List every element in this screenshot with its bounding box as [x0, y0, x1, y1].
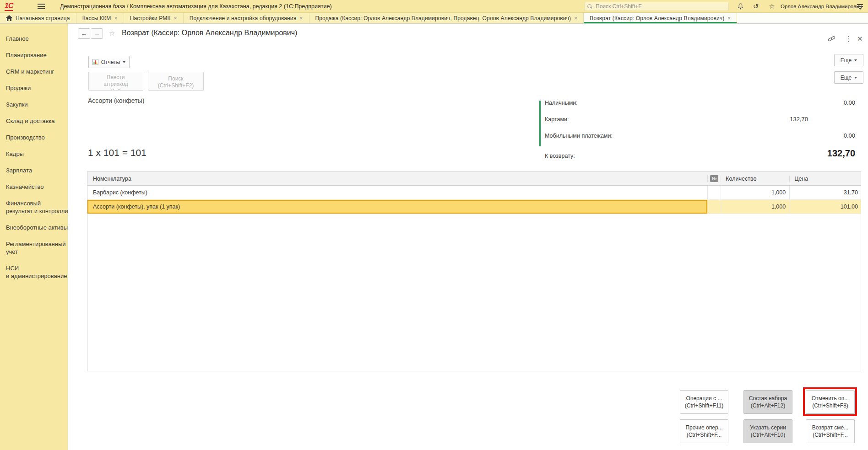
- current-user[interactable]: Орлов Александр Владимирович: [781, 4, 862, 9]
- home-icon: [6, 15, 12, 21]
- sidebar-item-nsi[interactable]: НСИ и администрирование: [0, 264, 68, 280]
- column-header-quantity[interactable]: Количество: [721, 176, 789, 182]
- tab-label: Начальная страница: [16, 15, 70, 21]
- action-hotkey: (Ctrl+Alt+F10): [751, 431, 785, 439]
- global-search-input[interactable]: [596, 3, 719, 10]
- enter-barcode-button[interactable]: Ввести штрихкод (F7): [88, 72, 143, 91]
- sidebar-item-crm[interactable]: CRM и маркетинг: [0, 68, 68, 75]
- tab-close-icon[interactable]: ×: [574, 15, 577, 21]
- mobile-label: Мобильными платежами:: [545, 133, 613, 139]
- sidebar-item-prodazhi[interactable]: Продажи: [0, 84, 68, 92]
- reports-button[interactable]: Отчеты: [88, 56, 130, 68]
- chevron-down-icon: [854, 77, 857, 79]
- tab-close-icon[interactable]: ×: [114, 15, 118, 21]
- table-row[interactable]: Барбарис (конфеты) 1,000 31,70: [87, 186, 861, 200]
- cell-number[interactable]: [707, 200, 721, 214]
- tab-label: Подключение и настройка оборудования: [190, 15, 297, 21]
- refund-total-value: 132,70: [827, 148, 855, 159]
- sidebar-item-kaznacheystvo[interactable]: Казначейство: [0, 183, 68, 191]
- 1c-enterprise-window: 1С Демонстрационная база / Комплексная а…: [0, 0, 868, 450]
- column-header-number[interactable]: №: [707, 175, 721, 182]
- refund-total-label: К возврату:: [545, 153, 575, 159]
- items-table: Номенклатура № Количество Цена Барбарис …: [87, 171, 861, 371]
- global-search-box[interactable]: [584, 2, 729, 11]
- return-form: ← → ☆ Возврат (Кассир: Орлов Александр В…: [68, 24, 868, 450]
- open-windows-tabbar: Начальная страница Кассы ККМ × Настройки…: [0, 13, 868, 24]
- other-operations-button[interactable]: Прочие опер... (Ctrl+Shift+F...: [680, 419, 728, 443]
- add-favorite-star-icon[interactable]: ☆: [109, 29, 115, 38]
- operations-with-button[interactable]: Операции с ... (Ctrl+Shift+F11): [680, 390, 728, 414]
- cell-price[interactable]: 101,00: [789, 200, 861, 214]
- current-item-name: Ассорти (конфеты): [88, 97, 144, 104]
- cell-price[interactable]: 31,70: [789, 186, 861, 199]
- more-label: Еще: [841, 75, 852, 81]
- more-actions-kebab-icon[interactable]: ⋮: [845, 35, 852, 43]
- card-value[interactable]: 132,70: [790, 116, 808, 123]
- mobile-value: 0.00: [844, 132, 855, 139]
- history-icon[interactable]: ↺: [752, 2, 760, 11]
- kit-contents-button[interactable]: Состав набора (Ctrl+Alt+F12): [743, 390, 792, 414]
- action-hotkey: (Ctrl+Shift+F...: [687, 431, 722, 439]
- sidebar-item-kadry[interactable]: Кадры: [0, 150, 68, 158]
- specify-series-button[interactable]: Указать серии (Ctrl+Alt+F10): [743, 419, 792, 443]
- cell-number[interactable]: [707, 186, 721, 199]
- tab-label: Возврат (Кассир: Орлов Александр Владими…: [590, 15, 724, 21]
- action-hotkey: (Ctrl+Shift+F8): [812, 402, 848, 409]
- notifications-bell-icon[interactable]: [736, 2, 744, 11]
- payment-accent-line: [539, 101, 541, 146]
- tab-close-icon[interactable]: ×: [727, 15, 731, 21]
- sidebar-item-vneoborotnye[interactable]: Внеоборотные активы: [0, 224, 68, 231]
- more-button-row[interactable]: Еще: [834, 71, 863, 84]
- action-label: Прочие опер...: [685, 424, 722, 431]
- sidebar-item-zakupki[interactable]: Закупки: [0, 101, 68, 108]
- tab-label: Настройки РМК: [130, 15, 171, 21]
- action-hotkey: (Ctrl+Shift+F...: [813, 431, 848, 439]
- back-button[interactable]: ←: [78, 28, 90, 39]
- action-hotkey: (Ctrl+Alt+F12): [751, 402, 785, 409]
- cell-quantity[interactable]: 1,000: [721, 186, 789, 199]
- tab-vozvrat-active[interactable]: Возврат (Кассир: Орлов Александр Владими…: [584, 13, 737, 23]
- table-row-selected[interactable]: Ассорти (конфеты), упак (1 упак) 1,000 1…: [87, 200, 861, 214]
- column-header-price[interactable]: Цена: [789, 176, 861, 182]
- sidebar-item-glavnoe[interactable]: Главное: [0, 35, 68, 43]
- close-window-icon[interactable]: ✕: [857, 35, 863, 43]
- shift-return-button[interactable]: Возврат сме... (Ctrl+Shift+F...: [806, 419, 855, 443]
- search-icon: [587, 4, 592, 9]
- sections-sidebar: Главное Планирование CRM и маркетинг Про…: [0, 24, 68, 450]
- sidebar-item-proizvodstvo[interactable]: Производство: [0, 134, 68, 141]
- tab-kassy-kkm[interactable]: Кассы ККМ ×: [76, 13, 124, 23]
- action-label: Отменить оп...: [812, 395, 849, 402]
- action-label: Возврат сме...: [812, 424, 848, 431]
- tab-prodazha[interactable]: Продажа (Кассир: Орлов Александр Владими…: [309, 13, 584, 23]
- table-header-row[interactable]: Номенклатура № Количество Цена: [87, 172, 861, 186]
- action-hotkey: (Ctrl+Shift+F11): [685, 402, 723, 409]
- item-search-button[interactable]: Поиск (Ctrl+Shift+F2): [148, 72, 204, 91]
- chevron-down-icon: [854, 59, 857, 61]
- page-title: Возврат (Кассир: Орлов Александр Владими…: [122, 29, 297, 37]
- reports-chart-icon: [92, 59, 98, 65]
- forward-button[interactable]: →: [91, 28, 103, 39]
- tab-nastroyki-rmk[interactable]: Настройки РМК ×: [124, 13, 184, 23]
- column-header-nomenclature[interactable]: Номенклатура: [87, 176, 707, 182]
- tab-close-icon[interactable]: ×: [174, 15, 177, 21]
- user-menu-icon[interactable]: [857, 4, 863, 10]
- sidebar-item-finrezultat[interactable]: Финансовый результат и контроллинг: [0, 199, 68, 215]
- cell-quantity[interactable]: 1,000: [721, 200, 789, 214]
- favorites-star-icon[interactable]: ☆: [768, 2, 776, 11]
- tab-close-icon[interactable]: ×: [299, 15, 303, 21]
- tab-home[interactable]: Начальная страница: [0, 13, 76, 23]
- cancel-operation-button[interactable]: Отменить оп... (Ctrl+Shift+F8): [806, 390, 855, 414]
- sidebar-item-sklad[interactable]: Склад и доставка: [0, 117, 68, 125]
- more-label: Еще: [841, 57, 852, 64]
- sidebar-item-zarplata[interactable]: Зарплата: [0, 166, 68, 174]
- get-link-icon[interactable]: [828, 36, 835, 42]
- cell-name-focused[interactable]: Ассорти (конфеты), упак (1 упак): [87, 200, 707, 214]
- sidebar-item-reglamentirovanny[interactable]: Регламентированный учет: [0, 240, 68, 256]
- action-label: Указать серии: [750, 424, 786, 431]
- more-button-top[interactable]: Еще: [834, 54, 863, 66]
- sidebar-item-planirovanie[interactable]: Планирование: [0, 51, 68, 59]
- cell-name[interactable]: Барбарис (конфеты): [87, 186, 707, 199]
- main-menu-icon[interactable]: [38, 4, 45, 9]
- window-title: Демонстрационная база / Комплексная авто…: [60, 3, 332, 10]
- tab-podklyuchenie-oborudovaniya[interactable]: Подключение и настройка оборудования ×: [184, 13, 309, 23]
